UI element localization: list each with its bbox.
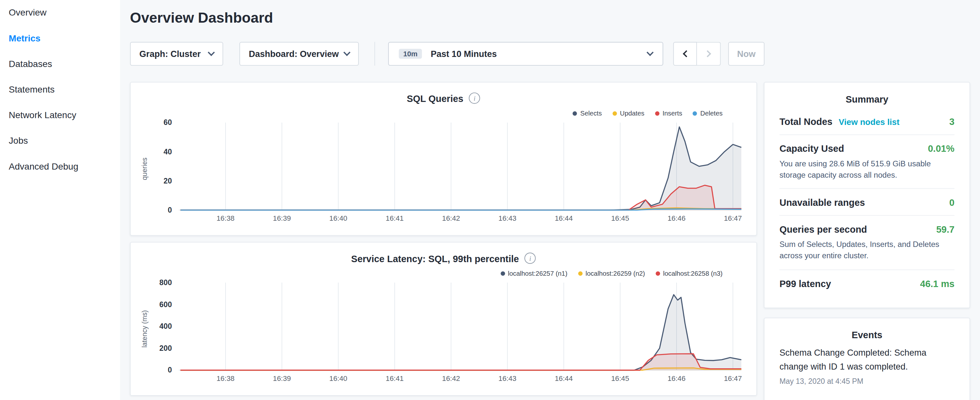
summary-description: Sum of Selects, Updates, Inserts, and De… <box>780 239 955 262</box>
chevron-down-icon <box>208 49 215 56</box>
chevron-down-icon <box>646 49 654 56</box>
svg-text:16:39: 16:39 <box>273 214 291 222</box>
summary-title: Summary <box>780 94 955 105</box>
summary-row-p99-latency: P99 latency 46.1 ms <box>780 270 955 296</box>
chevron-right-icon <box>704 50 711 57</box>
chart-title-row: Service Latency: SQL, 99th percentile i <box>131 252 756 265</box>
legend-item[interactable]: Deletes <box>693 109 722 117</box>
graph-scope-label: Graph: Cluster <box>140 49 200 59</box>
legend-dot-icon <box>578 271 582 276</box>
svg-text:0: 0 <box>168 206 172 214</box>
svg-text:16:41: 16:41 <box>386 375 404 382</box>
svg-text:16:41: 16:41 <box>386 214 404 222</box>
svg-text:0: 0 <box>168 366 172 374</box>
legend-dot-icon <box>655 111 659 116</box>
svg-text:800: 800 <box>159 279 172 287</box>
svg-text:60: 60 <box>164 119 172 126</box>
summary-label: Unavailable ranges <box>780 197 865 208</box>
legend-label: Selects <box>581 109 602 117</box>
summary-row-unavailable-ranges: Unavailable ranges 0 <box>780 189 955 216</box>
legend-item[interactable]: localhost:26257 (n1) <box>501 269 568 277</box>
legend-item[interactable]: localhost:26259 (n2) <box>578 269 645 277</box>
summary-value: 59.7 <box>936 224 955 234</box>
legend-dot-icon <box>612 111 617 116</box>
summary-row-capacity-used: Capacity Used 0.01% You are using 28.6 M… <box>780 135 955 189</box>
events-panel: Events Schema Change Completed: Schema c… <box>764 317 970 400</box>
summary-value: 0.01% <box>928 143 955 154</box>
svg-text:16:40: 16:40 <box>329 214 347 222</box>
legend-dot-icon <box>573 111 577 116</box>
sidebar-item-network-latency[interactable]: Network Latency <box>0 103 120 128</box>
sidebar-item-statements[interactable]: Statements <box>0 77 120 103</box>
sidebar-item-metrics[interactable]: Metrics <box>0 25 120 51</box>
legend-item[interactable]: Inserts <box>655 109 682 117</box>
info-icon[interactable]: i <box>469 92 480 104</box>
chart-legend: SelectsUpdatesInsertsDeletes <box>131 109 756 118</box>
summary-label: Queries per second <box>780 224 867 234</box>
summary-value: 3 <box>949 116 955 127</box>
sidebar-item-advanced-debug[interactable]: Advanced Debug <box>0 154 120 179</box>
svg-text:16:38: 16:38 <box>216 375 235 382</box>
svg-text:16:43: 16:43 <box>499 214 517 222</box>
summary-row-total-nodes: Total Nodes View nodes list 3 <box>780 108 955 135</box>
time-range-dropdown[interactable]: 10m Past 10 Minutes <box>388 42 663 65</box>
svg-text:16:46: 16:46 <box>667 214 686 222</box>
dashboard-select-label: Dashboard: Overview <box>249 49 339 59</box>
svg-text:16:40: 16:40 <box>329 375 347 382</box>
svg-text:16:42: 16:42 <box>442 375 460 382</box>
svg-text:600: 600 <box>159 300 172 309</box>
time-back-button[interactable] <box>673 42 697 65</box>
summary-value: 0 <box>949 197 955 208</box>
legend-label: Inserts <box>663 109 682 117</box>
summary-label: Capacity Used <box>780 143 844 154</box>
summary-label: Total Nodes <box>780 116 832 127</box>
svg-text:16:42: 16:42 <box>442 214 460 222</box>
sql-queries-plot[interactable]: 16:3816:3916:4016:4116:4216:4316:4416:45… <box>131 119 756 226</box>
graph-scope-dropdown[interactable]: Graph: Cluster <box>130 42 223 65</box>
summary-label: P99 latency <box>780 278 831 288</box>
legend-label: localhost:26257 (n1) <box>508 269 568 277</box>
now-button[interactable]: Now <box>728 42 765 65</box>
legend-dot-icon <box>655 271 660 276</box>
service-latency-panel: Service Latency: SQL, 99th percentile i … <box>130 242 757 396</box>
event-item[interactable]: Schema Change Completed: Schema change w… <box>780 346 955 373</box>
time-forward-button[interactable] <box>697 42 721 65</box>
legend-label: localhost:26258 (n3) <box>663 269 723 277</box>
svg-text:16:45: 16:45 <box>611 214 629 222</box>
view-nodes-link[interactable]: View nodes list <box>838 118 899 127</box>
summary-value: 46.1 ms <box>920 278 955 288</box>
time-pager <box>673 42 721 65</box>
page-title: Overview Dashboard <box>130 8 273 27</box>
svg-text:16:39: 16:39 <box>273 375 291 382</box>
svg-text:200: 200 <box>159 344 172 352</box>
svg-text:16:46: 16:46 <box>667 375 686 382</box>
dashboard-controls: Graph: Cluster Dashboard: Overview 10m P… <box>130 41 765 66</box>
y-axis-label: queries <box>140 119 150 219</box>
svg-text:16:44: 16:44 <box>555 214 573 222</box>
svg-text:40: 40 <box>164 148 172 156</box>
summary-description: You are using 28.6 MiB of 515.9 GiB usab… <box>780 158 955 181</box>
legend-item[interactable]: Updates <box>612 109 644 117</box>
controls-divider <box>374 42 375 65</box>
chevron-left-icon <box>682 50 689 57</box>
svg-text:400: 400 <box>159 322 172 330</box>
dashboard-select-dropdown[interactable]: Dashboard: Overview <box>239 42 359 65</box>
sidebar: Overview Metrics Databases Statements Ne… <box>0 0 120 400</box>
legend-label: Updates <box>620 109 644 117</box>
events-title: Events <box>780 330 955 340</box>
event-timestamp: May 13, 2020 at 4:45 PM <box>780 377 955 386</box>
summary-row-queries-per-second: Queries per second 59.7 Sum of Selects, … <box>780 216 955 270</box>
chart-title: Service Latency: SQL, 99th percentile <box>351 253 519 263</box>
legend-item[interactable]: localhost:26258 (n3) <box>655 269 722 277</box>
chevron-down-icon <box>343 49 350 56</box>
info-icon[interactable]: i <box>525 253 536 264</box>
sidebar-item-databases[interactable]: Databases <box>0 51 120 77</box>
svg-text:20: 20 <box>164 177 172 185</box>
sidebar-item-jobs[interactable]: Jobs <box>0 128 120 154</box>
service-latency-plot[interactable]: 16:3816:3916:4016:4116:4216:4316:4416:45… <box>131 279 756 386</box>
svg-text:16:47: 16:47 <box>724 214 742 222</box>
chart-title-row: SQL Queries i <box>131 92 756 105</box>
sidebar-item-overview[interactable]: Overview <box>0 0 120 25</box>
svg-text:16:43: 16:43 <box>499 375 517 382</box>
legend-item[interactable]: Selects <box>573 109 602 117</box>
